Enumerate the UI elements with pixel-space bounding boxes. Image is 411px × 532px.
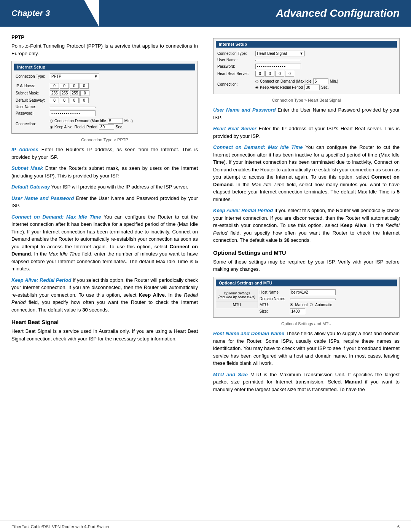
term-mtu-size: MTU and Size MTU is the Maximum Transmis… bbox=[213, 371, 400, 393]
ip-octet-4[interactable]: 0 bbox=[80, 83, 89, 89]
gateway-group: 0 0 0 0 bbox=[50, 97, 89, 103]
page-title: Advanced Configuration bbox=[99, 0, 411, 27]
hbs-server-label: Heart Beat Server: bbox=[216, 70, 254, 77]
footer-page-number: 6 bbox=[397, 524, 400, 529]
left-column: PPTP Point-to-Point Tunneling Protocol (… bbox=[11, 34, 202, 397]
subnet-octet-2[interactable]: 255 bbox=[60, 90, 70, 96]
pptp-ss-title: Internet Setup bbox=[14, 64, 195, 70]
hbs-username-label: User Name: bbox=[216, 57, 254, 63]
connection-label: Connection: bbox=[14, 117, 48, 131]
hbs-conn-label: Connection: bbox=[216, 77, 254, 91]
term-host-domain: Host Name and Domain Name These fields a… bbox=[213, 330, 400, 367]
hbs-ka-value[interactable]: 30 bbox=[304, 85, 320, 90]
optional-heading: Optional Settings and MTU bbox=[213, 249, 400, 256]
optional-screenshot: Optional Settings and MTU Optional Setti… bbox=[213, 277, 400, 318]
mtu-manual-radio[interactable] bbox=[290, 303, 293, 306]
heartbeat-heading: Heart Beat Signal bbox=[11, 319, 198, 325]
size-input[interactable]: 1400 bbox=[290, 308, 305, 314]
ip-label: IP Address: bbox=[14, 82, 48, 89]
hbs-server-group: 0 0 0 0 bbox=[255, 71, 294, 77]
term-gateway-text: Your ISP will provide you with the IP ad… bbox=[51, 184, 188, 190]
term-default-gateway: Default Gateway Your ISP will provide yo… bbox=[11, 183, 198, 191]
term-gateway-label: Default Gateway bbox=[11, 184, 50, 190]
gw-octet-3[interactable]: 0 bbox=[70, 97, 79, 103]
hbs-octet-3[interactable]: 0 bbox=[275, 71, 284, 77]
gw-octet-1[interactable]: 0 bbox=[50, 97, 59, 103]
hbs-octet-4[interactable]: 0 bbox=[285, 71, 294, 77]
opt-section-cell: Optional Settings(required by some ISPs) bbox=[216, 289, 258, 302]
optional-ss-title: Optional Settings and MTU bbox=[216, 280, 397, 286]
term-cod-text: You can configure the Router to cut the … bbox=[11, 214, 198, 272]
hbs-username-input[interactable] bbox=[255, 60, 301, 61]
page-footer: EtherFast Cable/DSL VPN Router with 4-Po… bbox=[0, 521, 411, 532]
hbs-cod-unit: Min.) bbox=[330, 79, 338, 83]
username-label: User Name: bbox=[14, 104, 48, 110]
cod-radio[interactable] bbox=[50, 120, 53, 123]
term-hbs-cod: Connect on Demand: Max Idle Time You can… bbox=[213, 144, 400, 203]
term-host-label: Host Name and Domain Name bbox=[213, 331, 284, 336]
hbs-cod-radio[interactable] bbox=[255, 80, 258, 83]
hbs-octet-1[interactable]: 0 bbox=[255, 71, 264, 77]
term-hbs-cod-text: You can configure the Router to cut the … bbox=[213, 144, 400, 202]
cod-value[interactable]: 5 bbox=[108, 118, 123, 124]
cod-label: Connect on Demand (Max Idle bbox=[54, 119, 106, 123]
term-hbs-cod-label: Connect on Demand: Max Idle Time bbox=[213, 144, 303, 150]
hbs-cod-row: Connect on Demand (Max Idle 5 Min.) bbox=[255, 78, 395, 84]
hbs-password-label: Password: bbox=[216, 63, 254, 70]
term-hbs-server: Heart Beat Server Enter the IP address o… bbox=[213, 125, 400, 140]
gw-octet-4[interactable]: 0 bbox=[80, 97, 89, 103]
hbs-cod-value[interactable]: 5 bbox=[313, 78, 328, 84]
subnet-octet-3[interactable]: 255 bbox=[70, 90, 80, 96]
conn-type-select[interactable]: PPTP ▼ bbox=[50, 73, 99, 79]
ip-octet-3[interactable]: 0 bbox=[70, 83, 79, 89]
term-hbs-ka-label: Keep Alive: Redial Period bbox=[213, 208, 273, 213]
ka-radio[interactable] bbox=[50, 126, 53, 129]
username-input[interactable] bbox=[50, 107, 96, 108]
hbs-caption: Connection Type > Heart Beat Signal bbox=[213, 98, 400, 102]
term-mtu-label: MTU and Size bbox=[213, 372, 248, 377]
subnet-group: 255 255 255 0 bbox=[50, 90, 89, 96]
cod-unit: Min.) bbox=[124, 119, 133, 123]
size-label: Size: bbox=[258, 308, 288, 315]
ka-value[interactable]: 30 bbox=[99, 124, 114, 130]
chapter-label: Chapter 3 bbox=[0, 0, 99, 27]
mtu-auto-label: Automatic bbox=[315, 303, 332, 307]
pptp-intro: Point-to-Point Tunneling Protocol (PPTP)… bbox=[11, 42, 198, 57]
gw-octet-2[interactable]: 0 bbox=[60, 97, 69, 103]
term-keep-alive: Keep Alive: Redial Period If you select … bbox=[11, 276, 198, 314]
hbs-ss-title: Internet Setup bbox=[216, 41, 397, 48]
term-hbs-up-label: User Name and Password bbox=[213, 107, 276, 113]
ip-octet-1[interactable]: 0 bbox=[50, 83, 59, 89]
subnet-octet-1[interactable]: 255 bbox=[50, 90, 59, 96]
page-header: Chapter 3 Advanced Configuration bbox=[0, 0, 411, 27]
term-hbs-server-label: Heart Beat Server bbox=[213, 126, 256, 131]
hbs-password-input[interactable]: •••••••••••••• bbox=[255, 64, 301, 69]
heartbeat-text: Heart Beat Signal is a service used in A… bbox=[11, 328, 198, 342]
term-cod-label: Connect on Demand: Max Idle Time bbox=[11, 214, 101, 220]
term-cod: Connect on Demand: Max Idle Time You can… bbox=[11, 213, 198, 273]
pptp-section-label: PPTP bbox=[11, 34, 198, 40]
host-name-input[interactable]: belrp41v2 bbox=[290, 289, 336, 295]
term-subnet-label: Subnet Mask bbox=[11, 165, 43, 171]
term-username-password: User Name and Password Enter the User Na… bbox=[11, 195, 198, 209]
hbs-conn-type-select[interactable]: Heart Beat Signal ▼ bbox=[255, 51, 305, 56]
hbs-octet-2[interactable]: 0 bbox=[265, 71, 274, 77]
term-subnet-mask: Subnet Mask Enter the Router's subnet ma… bbox=[11, 165, 198, 179]
term-ip-label: IP Address bbox=[11, 147, 38, 152]
footer-product: EtherFast Cable/DSL VPN Router with 4-Po… bbox=[11, 524, 109, 529]
mtu-auto-radio[interactable] bbox=[310, 303, 313, 306]
term-up-label: User Name and Password bbox=[11, 195, 74, 201]
password-input[interactable]: •••••••••••••• bbox=[50, 110, 96, 116]
domain-name-input[interactable] bbox=[290, 299, 336, 300]
term-ka-label: Keep Alive: Redial Period bbox=[11, 277, 71, 283]
mtu-manual-label: Manual bbox=[295, 303, 308, 307]
hbs-ka-radio[interactable] bbox=[255, 86, 258, 89]
hbs-screenshot: Internet Setup Connection Type: Heart Be… bbox=[213, 38, 400, 94]
ip-octet-2[interactable]: 0 bbox=[60, 83, 69, 89]
optional-caption: Optional Settings and MTU bbox=[213, 321, 400, 326]
mtu-empty bbox=[216, 308, 258, 315]
subnet-label: Subnet Mask: bbox=[14, 89, 48, 97]
pptp-caption: Connection Type > PPTP bbox=[11, 137, 198, 142]
content-area: PPTP Point-to-Point Tunneling Protocol (… bbox=[0, 27, 411, 404]
subnet-octet-4[interactable]: 0 bbox=[80, 90, 89, 96]
